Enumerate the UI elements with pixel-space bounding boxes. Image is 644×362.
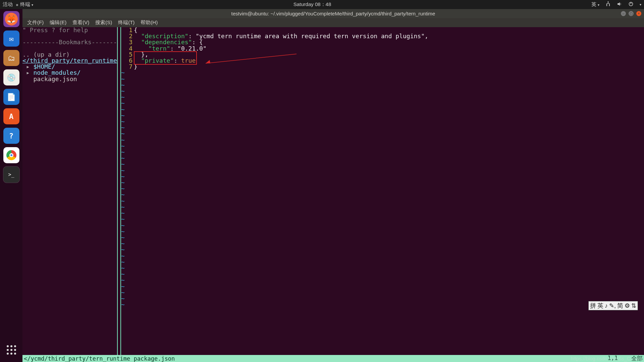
gnome-top-bar: 活动 终端 ▾ Saturday 08：48 英 ▾ ▾: [0, 0, 644, 9]
window-minimize-button[interactable]: –: [621, 11, 626, 16]
window-title-text: testvim@ubuntu: ~/.vim/plugged/YouComple…: [231, 11, 435, 16]
help-icon[interactable]: ?: [3, 128, 19, 144]
tilde-column: ~ ~ ~ ~ ~ ~ ~ ~ ~ ~ ~ ~ ~ ~ ~ ~ ~ ~ ~ ~ …: [121, 27, 125, 355]
activities-button[interactable]: 活动: [3, 1, 13, 8]
input-source-indicator[interactable]: 英 ▾: [591, 1, 599, 8]
ime-floating-bar[interactable]: 拼 英 ♪ ✎, 简 ⚙ ⇅: [588, 301, 638, 310]
menu-view[interactable]: 查看(V): [70, 19, 92, 26]
code-area[interactable]: { "description": "ycmd tern runtime area…: [134, 27, 644, 355]
window-titlebar: testvim@ubuntu: ~/.vim/plugged/YouComple…: [22, 9, 644, 18]
vim-statusline: </ycmd/third_party/tern_runtime package.…: [22, 355, 644, 362]
firefox-icon[interactable]: 🦊: [3, 11, 19, 27]
menu-edit[interactable]: 编辑(E): [47, 19, 69, 26]
files-icon[interactable]: 🗂: [3, 50, 19, 66]
ime-item[interactable]: ♪: [605, 302, 608, 309]
svg-marker-8: [206, 60, 210, 63]
svg-point-4: [609, 5, 610, 6]
ime-item[interactable]: 拼: [590, 302, 596, 310]
code-line: "description": "ycmd tern runtime area w…: [134, 33, 644, 39]
software-icon[interactable]: A: [3, 108, 19, 124]
volume-icon[interactable]: [617, 1, 622, 8]
menu-file[interactable]: 文件(F): [24, 19, 46, 26]
annotation-arrow-icon: [201, 53, 298, 67]
vim-editor[interactable]: " Press ? for help ----------Bookmarks--…: [22, 27, 644, 355]
nerdtree-hint: " Press ? for help: [22, 26, 88, 34]
nerdtree-panel[interactable]: " Press ? for help ----------Bookmarks--…: [22, 27, 117, 355]
ime-item[interactable]: 简: [617, 302, 623, 310]
thunderbird-icon[interactable]: ✉: [3, 31, 19, 47]
status-path: </ycmd/third_party/tern_runtime package.…: [24, 355, 175, 362]
line-number-gutter: 1234567: [125, 27, 134, 355]
code-line: "dependencies": {: [134, 39, 644, 45]
ime-item[interactable]: ✎,: [609, 302, 616, 309]
window-close-button[interactable]: ×: [636, 11, 641, 16]
terminal-icon[interactable]: >_: [3, 167, 19, 183]
svg-point-2: [609, 4, 610, 5]
nerdtree-item-package-json[interactable]: package.json: [22, 75, 77, 82]
rhythmbox-icon[interactable]: 💿: [3, 69, 19, 85]
svg-point-0: [608, 1, 609, 2]
clock[interactable]: Saturday 08：48: [33, 1, 591, 8]
menu-terminal[interactable]: 终端(T): [115, 19, 137, 26]
system-menu-caret-icon[interactable]: ▾: [640, 3, 641, 6]
dock: 🦊 ✉ 🗂 💿 📄 A ? >_: [0, 9, 22, 362]
svg-point-3: [606, 5, 607, 6]
ime-item[interactable]: ⇅: [631, 302, 636, 309]
annotation-highlight-box: [134, 51, 197, 65]
terminal-menubar: 文件(F) 编辑(E) 查看(V) 搜索(S) 终端(T) 帮助(H): [22, 18, 644, 27]
menu-search[interactable]: 搜索(S): [93, 19, 115, 26]
writer-icon[interactable]: 📄: [3, 89, 19, 105]
show-applications-icon[interactable]: [3, 342, 19, 358]
nerdtree-bookmarks-header: ----------Bookmarks----------: [22, 39, 128, 46]
power-icon[interactable]: [628, 1, 634, 8]
chrome-icon[interactable]: [3, 147, 19, 163]
watermark: https://blog.csdn.net/iSs_Cream: [571, 356, 642, 361]
network-icon[interactable]: [605, 1, 611, 8]
window-maximize-button[interactable]: ▢: [629, 11, 634, 16]
ime-item[interactable]: 英: [597, 302, 603, 310]
app-indicator[interactable]: 终端 ▾: [16, 1, 33, 8]
code-line: "tern": "0.21.0": [134, 46, 644, 52]
ime-item[interactable]: ⚙: [625, 302, 630, 309]
svg-line-7: [206, 54, 297, 63]
terminal-window: testvim@ubuntu: ~/.vim/plugged/YouComple…: [22, 9, 644, 362]
svg-point-1: [606, 4, 607, 5]
menu-help[interactable]: 帮助(H): [138, 19, 160, 26]
vertical-separator: [117, 27, 121, 355]
